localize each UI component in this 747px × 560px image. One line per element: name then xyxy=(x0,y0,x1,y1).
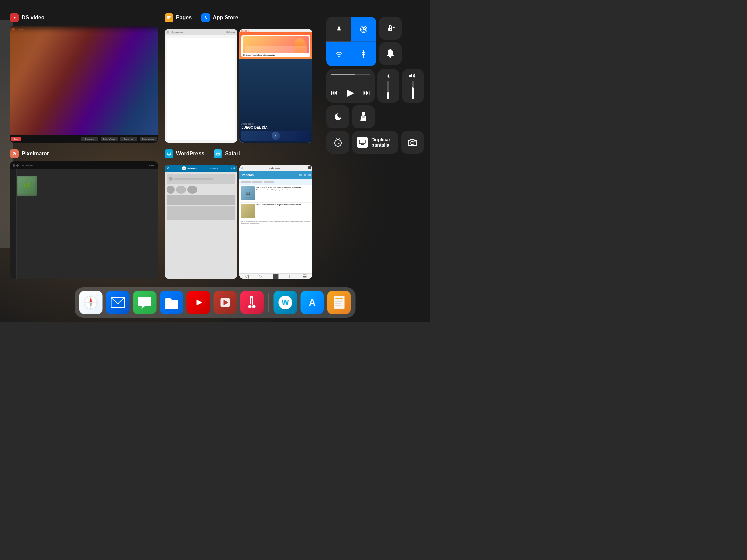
svg-rect-48 xyxy=(359,140,365,144)
cc-dup-line2: pantalla xyxy=(371,142,390,148)
ds-video-title: DS video xyxy=(10,14,158,22)
svg-point-53 xyxy=(415,141,416,142)
cc-rewind-btn[interactable]: ⏮ xyxy=(331,88,338,97)
dock-pages[interactable] xyxy=(328,291,351,314)
safari-site-name: iPaderos xyxy=(241,173,254,177)
wp-safari-cards[interactable]: ✕ W iPaderos Actualizar ••• xyxy=(164,165,312,279)
dock-appstore[interactable]: A xyxy=(301,291,324,314)
cc-timer-widget-btn[interactable] xyxy=(327,131,349,154)
ds-video-label: DS video xyxy=(22,15,44,21)
svg-rect-51 xyxy=(361,144,364,145)
as-bottom-card: JUEGO DEL DÍA JUEGO DEL DÍA ● xyxy=(239,59,312,143)
appstore-icon: A xyxy=(201,14,210,22)
svg-rect-38 xyxy=(387,55,394,56)
pixelmator-card[interactable]: Pixelmator ? Editar 🌿 xyxy=(10,161,158,279)
cc-media-widget: ⏮ ▶ ⏭ xyxy=(327,69,375,103)
dock-mail[interactable] xyxy=(106,291,130,314)
svg-line-45 xyxy=(338,143,340,144)
pixelmator-canvas: 🌿 xyxy=(10,169,158,279)
pages-appstore-cards[interactable]: Documentos En blanco BÁSICOS xyxy=(164,29,312,143)
svg-rect-75 xyxy=(335,298,343,299)
svg-text:A: A xyxy=(205,16,207,20)
dock-messages[interactable] xyxy=(133,291,156,314)
wp-toolbar: ✕ W iPaderos Actualizar ••• xyxy=(164,165,237,171)
dock-separator xyxy=(269,293,269,312)
ds-video-footer: Todo Por carpeta Recién añadido Recién v… xyxy=(10,135,158,143)
safari-title-group: Safari xyxy=(214,150,240,158)
wp-title: iPaderos xyxy=(187,167,197,169)
pages-icon xyxy=(164,14,173,22)
dock-youtube[interactable] xyxy=(187,291,210,314)
cc-row3 xyxy=(327,105,424,128)
dock-files[interactable] xyxy=(160,291,183,314)
safari-footer: ◁▷⬛□☰ xyxy=(239,273,312,279)
cc-bell-btn[interactable] xyxy=(379,42,402,65)
cc-row2: ⏮ ▶ ⏭ ☀ xyxy=(327,69,424,103)
svg-rect-3 xyxy=(167,17,171,17)
safari-switcher-icon xyxy=(214,150,222,158)
pages-toolbar: Documentos En blanco xyxy=(164,29,237,35)
svg-point-31 xyxy=(363,28,365,30)
wordpress-title-group: W WordPress xyxy=(164,150,204,158)
cc-flashlight-btn[interactable] xyxy=(352,105,375,128)
pixelmator-thumbnail: 🌿 xyxy=(17,176,37,196)
pixelmator-group[interactable]: Pixelmator Pixelmator ? Editar 🌿 xyxy=(7,146,161,282)
svg-rect-60 xyxy=(110,296,125,309)
cc-row4: Duplicar pantalla xyxy=(327,131,424,154)
svg-rect-76 xyxy=(335,300,342,300)
pages-content xyxy=(167,37,235,140)
ds-video-card[interactable]: Todo Todo Por carpeta Recién añadido Rec… xyxy=(10,26,158,143)
cc-moon-btn[interactable] xyxy=(327,105,349,128)
safari-card[interactable]: ◁ ipaderos.com ⬛ iPaderos xyxy=(239,165,312,279)
cc-camera-widget-btn[interactable] xyxy=(401,131,424,154)
cc-lock-bell-stack xyxy=(379,17,402,66)
cc-volume-widget[interactable] xyxy=(402,69,424,103)
pixelmator-title: Pixelmator xyxy=(10,150,158,158)
safari-toolbar: ◁ ipaderos.com ⬛ xyxy=(239,165,312,171)
pixelmator-left-panel xyxy=(10,169,17,279)
appstore-card[interactable]: BÁSICOS El ¿tomate? que te hace más prod… xyxy=(239,29,312,143)
wp-update-btn[interactable]: Actualizar xyxy=(210,167,218,169)
svg-point-10 xyxy=(14,154,15,155)
svg-point-66 xyxy=(248,305,252,308)
appstore-label: App Store xyxy=(213,15,238,21)
cc-forward-btn[interactable]: ⏭ xyxy=(363,88,370,97)
cc-wifi-cell[interactable] xyxy=(327,42,351,66)
cc-connectivity-grid xyxy=(327,17,376,66)
safari-label: Safari xyxy=(225,151,240,157)
cc-airplane-cell[interactable] xyxy=(327,17,351,42)
as-top-card: El ¿tomate? que te hace más productivo xyxy=(239,32,312,59)
ds-video-group[interactable]: DS video Todo Todo Por carpeta Recién añ… xyxy=(7,10,161,146)
cc-duplicate-btn[interactable]: Duplicar pantalla xyxy=(352,131,398,154)
as-article-title: El ¿tomate? que te hace más productivo xyxy=(243,54,309,56)
svg-text:A: A xyxy=(309,297,315,308)
wordpress-icon: W xyxy=(164,150,173,158)
appstore-title-group: A App Store xyxy=(201,14,238,22)
cc-play-pause-btn[interactable]: ▶ xyxy=(347,87,354,98)
dock-music[interactable] xyxy=(240,291,264,314)
wordpress-label: WordPress xyxy=(176,151,204,157)
svg-point-37 xyxy=(390,29,391,30)
wordpress-card[interactable]: ✕ W iPaderos Actualizar ••• xyxy=(164,165,237,279)
svg-rect-4 xyxy=(167,18,170,18)
control-center-panel: ⏮ ▶ ⏭ ☀ xyxy=(327,17,424,154)
cc-airdrop-cell[interactable] xyxy=(351,17,376,42)
cc-screen-lock-btn[interactable] xyxy=(379,17,402,39)
ds-video-content xyxy=(10,28,158,140)
dock-wordpress[interactable]: W xyxy=(274,291,297,314)
cc-bluetooth-cell[interactable] xyxy=(351,42,376,66)
pages-title-group: Pages xyxy=(164,14,192,22)
svg-rect-42 xyxy=(362,116,365,117)
cc-brightness-widget[interactable]: ☀ xyxy=(377,69,399,103)
svg-text:W: W xyxy=(282,298,289,306)
pages-card[interactable]: Documentos En blanco xyxy=(164,29,237,143)
svg-point-67 xyxy=(252,305,256,308)
pixelmator-icon xyxy=(10,150,19,158)
safari-content: iPaderos xyxy=(239,171,312,279)
svg-rect-61 xyxy=(165,300,178,309)
dock-safari[interactable] xyxy=(79,291,103,314)
as-game-title: JUEGO DEL DÍA xyxy=(241,126,310,129)
svg-point-52 xyxy=(411,141,414,145)
dock-infuse[interactable] xyxy=(214,291,237,314)
safari-url: ipaderos.com xyxy=(269,167,281,169)
